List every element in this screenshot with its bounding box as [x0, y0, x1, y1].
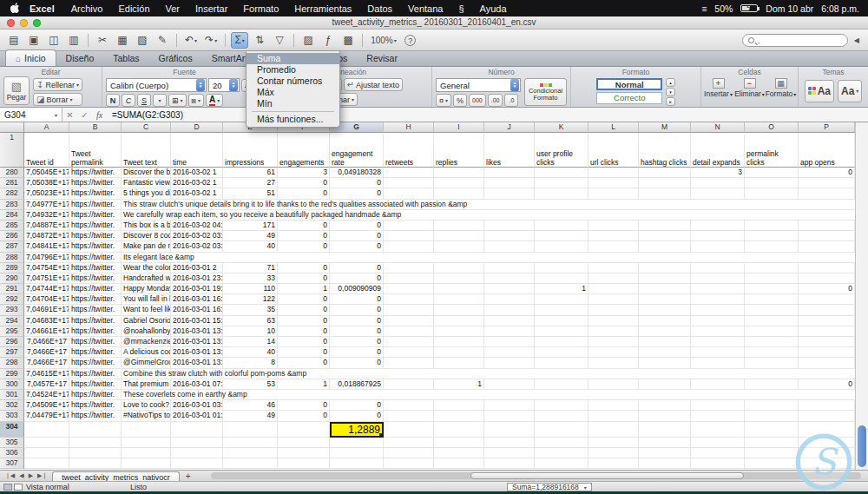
row-header-305[interactable]: 305	[0, 438, 24, 448]
menu-archivo[interactable]: Archivo	[63, 3, 111, 14]
apple-menu-icon[interactable]	[9, 3, 21, 14]
cell-c286[interactable]: Discover 8 cock	[122, 231, 171, 241]
formula-input[interactable]: =SUMA(G2:G303)	[107, 110, 183, 120]
cell-n305[interactable]	[691, 438, 745, 448]
cell-c306[interactable]	[122, 448, 171, 458]
cell-c297[interactable]: A delicious cocl	[122, 347, 171, 358]
cell-n287[interactable]	[691, 241, 745, 252]
tab-tablas[interactable]: Tablas	[103, 50, 148, 66]
cell-n290[interactable]	[691, 273, 745, 284]
row-header-299[interactable]: 299	[0, 369, 24, 379]
conditional-formatting-button[interactable]: Condicional Formato	[524, 78, 567, 106]
cell-i295[interactable]	[434, 326, 484, 337]
cell-f287[interactable]: 0	[278, 241, 330, 252]
menu-ayuda[interactable]: Ayuda	[472, 3, 515, 14]
cell-g307[interactable]	[330, 458, 384, 469]
tab-inicio[interactable]: ⌂Inicio	[5, 49, 56, 66]
cell-g300[interactable]: 0,018867925	[330, 379, 384, 390]
cell-n280[interactable]: 3	[691, 168, 745, 178]
cell-e292[interactable]: 122	[223, 294, 278, 305]
fill-button[interactable]: ↧ Rellenar▾	[33, 78, 82, 91]
cell-j306[interactable]	[484, 448, 535, 458]
cell-b294[interactable]: https://twitter.	[69, 316, 122, 326]
cell-f298[interactable]: 0	[278, 358, 330, 368]
cell-m305[interactable]	[639, 438, 691, 448]
col-header-b[interactable]: B	[69, 122, 122, 133]
cell-c282[interactable]: 5 things you dis	[122, 188, 171, 199]
cell-b284[interactable]: https://twitter.	[69, 210, 122, 221]
cell-m302[interactable]	[639, 400, 691, 411]
menu-datos[interactable]: Datos	[359, 3, 400, 14]
theme-fonts-button[interactable]: Aa▾	[838, 80, 862, 102]
cell-m291[interactable]	[639, 284, 691, 294]
cell-e296[interactable]: 14	[223, 337, 278, 347]
cell-o297[interactable]	[745, 347, 799, 358]
cell-e306[interactable]	[223, 448, 278, 458]
sum-indicator[interactable]: Suma=1,288916168 ▾	[507, 483, 592, 491]
cell-e300[interactable]: 53	[223, 379, 278, 390]
cell-h297[interactable]	[384, 347, 434, 358]
format-painter-button[interactable]: ✎	[154, 32, 171, 49]
row-header-280[interactable]: 280	[0, 168, 24, 178]
menu-item-promedio[interactable]: Promedio	[247, 64, 339, 76]
cell-a290[interactable]: 7,04751E+17	[24, 273, 69, 284]
cell-g287[interactable]: 0	[330, 241, 384, 252]
cell-m306[interactable]	[639, 448, 691, 458]
zoom-button[interactable]: 100%▾	[368, 32, 399, 49]
cell-j295[interactable]	[484, 326, 535, 337]
filter-button[interactable]: ▽	[271, 32, 288, 49]
row-header-281[interactable]: 281	[0, 178, 24, 188]
cell-i294[interactable]	[434, 316, 484, 326]
cell-j285[interactable]	[484, 221, 535, 231]
cell-j293[interactable]	[484, 305, 535, 315]
cell-e280[interactable]: 61	[223, 168, 278, 178]
cell-m289[interactable]	[639, 263, 691, 273]
cell-c280[interactable]: Discover the be	[122, 168, 171, 178]
col-header-h[interactable]: H	[384, 122, 434, 133]
cell-p289[interactable]	[799, 263, 855, 273]
font-family-select[interactable]: Calibri (Cuerpo) ▲▼	[106, 78, 207, 92]
sort-button[interactable]: ⇅	[251, 32, 268, 49]
cell-f290[interactable]: 0	[278, 273, 330, 284]
cell-h307[interactable]	[384, 458, 434, 469]
cell-o290[interactable]	[745, 273, 799, 284]
cell-b297[interactable]: https://twitter.	[69, 347, 122, 358]
cell-h281[interactable]	[384, 178, 434, 188]
wrap-text-button[interactable]: ↵ Ajustar texto	[344, 78, 403, 91]
cell-i282[interactable]	[434, 188, 484, 199]
cell-b1[interactable]: Tweet permalink	[69, 133, 122, 168]
print-button[interactable]: ▥	[65, 32, 82, 49]
cell-k290[interactable]	[535, 273, 589, 284]
cell-j289[interactable]	[484, 263, 535, 273]
cell-p291[interactable]: 0	[799, 284, 855, 294]
row-header-295[interactable]: 295	[0, 326, 24, 337]
cell-m292[interactable]	[639, 294, 691, 305]
col-header-m[interactable]: M	[639, 122, 691, 133]
cell-f291[interactable]: 1	[278, 284, 330, 294]
cell-o298[interactable]	[745, 358, 799, 368]
cell-h305[interactable]	[384, 438, 434, 448]
cell-c300[interactable]: That premium f	[122, 379, 171, 390]
cell-a281[interactable]: 7,05038E+17	[24, 178, 69, 188]
cell-e298[interactable]: 8	[223, 358, 278, 368]
cell-h303[interactable]	[384, 411, 434, 421]
cell-g297[interactable]: 0	[330, 347, 384, 358]
cell-k294[interactable]	[535, 316, 589, 326]
cell-g293[interactable]: 0	[330, 305, 384, 315]
cell-m290[interactable]	[639, 273, 691, 284]
cell-i303[interactable]	[434, 411, 484, 421]
cell-h289[interactable]	[384, 263, 434, 273]
cell-n298[interactable]	[691, 358, 745, 368]
cell-h293[interactable]	[384, 305, 434, 315]
first-sheet-button[interactable]: ❘◀	[4, 472, 16, 479]
add-sheet-button[interactable]: +	[180, 471, 197, 481]
cell-j298[interactable]	[484, 358, 535, 368]
row-header-304[interactable]: 304	[0, 422, 24, 438]
cell-c285[interactable]: This box is a be	[122, 221, 171, 231]
cell-h300[interactable]	[384, 379, 434, 390]
bold-button[interactable]: N	[106, 94, 120, 107]
cell-o292[interactable]	[745, 294, 799, 305]
cell-k300[interactable]	[535, 379, 589, 390]
cell-m285[interactable]	[639, 221, 691, 231]
cell-e294[interactable]: 63	[223, 316, 278, 326]
